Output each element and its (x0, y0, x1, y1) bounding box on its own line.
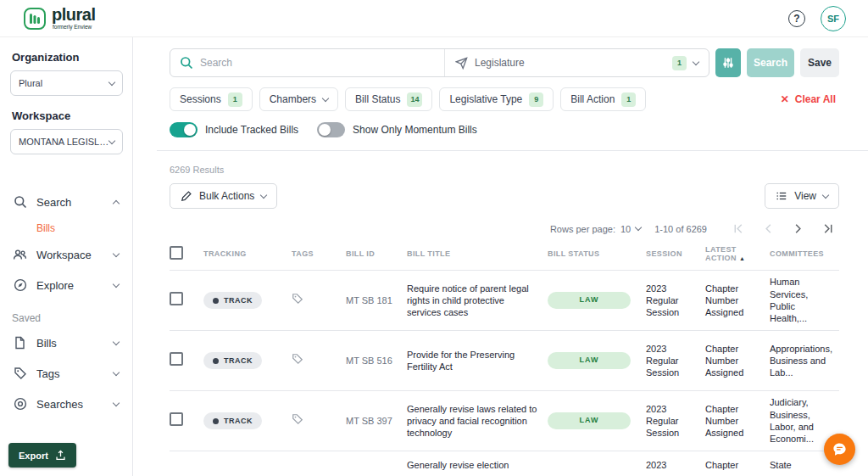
previous-page-button[interactable] (762, 222, 775, 235)
bill-title[interactable]: Provide for the Preserving Fertility Act (407, 349, 548, 373)
sliders-icon (721, 56, 735, 70)
table-row[interactable]: TRACK MT SB 397 Generally revise laws re… (170, 391, 839, 451)
organization-label: Organization (0, 51, 132, 64)
toggle-off-switch[interactable] (317, 122, 345, 137)
chat-button[interactable] (824, 434, 855, 465)
track-button[interactable]: TRACK (203, 292, 262, 309)
chip-count-badge: 14 (407, 92, 422, 107)
clear-all-button[interactable]: ✕ Clear All (781, 93, 836, 105)
sidebar-item-label: Explore (36, 279, 74, 292)
bill-id[interactable]: MT SB 397 (346, 415, 407, 427)
filter-chip-chambers[interactable]: Chambers (259, 87, 338, 111)
track-button[interactable]: TRACK (203, 352, 262, 369)
sidebar-item-bills[interactable]: Bills (0, 328, 132, 358)
column-header-bill-status: BILL STATUS (548, 249, 646, 258)
sidebar-item-explore[interactable]: Explore (0, 270, 132, 300)
export-button[interactable]: Export (8, 443, 76, 468)
filter-chip-bill-action[interactable]: Bill Action 1 (560, 87, 646, 111)
track-label: TRACK (224, 417, 253, 425)
column-header-latest-action[interactable]: LATEST ACTION▲ (705, 245, 770, 262)
sort-ascending-icon[interactable]: ▲ (739, 255, 745, 261)
help-button[interactable]: ? (788, 10, 805, 27)
search-icon (180, 56, 193, 70)
app-window: plural formerly Enview ? SF Organization… (0, 0, 868, 476)
last-page-button[interactable] (821, 222, 834, 235)
brand-tagline: formerly Enview (53, 25, 95, 31)
session: 2023 Regular Session (646, 403, 705, 440)
next-page-button[interactable] (792, 222, 804, 235)
chevron-up-icon (113, 199, 120, 206)
bill-id[interactable]: MT SB 181 (346, 294, 407, 306)
row-checkbox[interactable] (170, 412, 183, 426)
column-header-committees: COMMITTEES (770, 249, 839, 258)
session: 2023 Regular Session (646, 283, 705, 319)
save-search-button[interactable]: Save (800, 48, 839, 77)
row-checkbox[interactable] (170, 352, 183, 366)
search-input[interactable] (200, 57, 444, 69)
sidebar-item-searches[interactable]: Searches (0, 389, 132, 419)
column-header-bill-id: BILL ID (346, 249, 407, 258)
chevron-down-icon (113, 249, 120, 256)
bulk-actions-button[interactable]: Bulk Actions (170, 183, 277, 209)
bill-title[interactable]: Generally revise laws related to privacy… (407, 403, 548, 440)
workspace-value: MONTANA LEGISLATU... (19, 137, 109, 147)
first-page-button[interactable] (732, 222, 745, 235)
scope-count-badge: 1 (672, 56, 687, 70)
toggle-on-switch[interactable] (170, 122, 198, 137)
filter-chip-sessions[interactable]: Sessions 1 (170, 87, 253, 111)
plural-logo[interactable]: plural formerly Enview (24, 6, 95, 31)
momentum-toggle[interactable]: Show Only Momentum Bills (317, 122, 477, 137)
sidebar-item-workspace[interactable]: Workspace (0, 239, 132, 270)
status-badge: LAW (548, 292, 631, 309)
status-badge: LAW (548, 352, 631, 369)
compass-icon (13, 278, 27, 293)
sidebar-item-bills-sub[interactable]: Bills (0, 217, 132, 239)
bill-id[interactable]: MT SB 516 (346, 355, 407, 367)
latest-action: Chapter (705, 459, 770, 471)
scope-selector[interactable]: Legislature 1 (444, 49, 709, 76)
bill-title[interactable]: Require notice of parent legal rights in… (407, 283, 548, 319)
tag-icon[interactable] (292, 413, 303, 425)
row-checkbox[interactable] (170, 292, 183, 305)
view-label: View (794, 190, 816, 202)
search-bar: Legislature 1 (170, 48, 709, 77)
track-dot-icon (213, 418, 219, 424)
workspace-select[interactable]: MONTANA LEGISLATU... (10, 129, 123, 154)
search-submit-button[interactable]: Search (747, 48, 794, 77)
sidebar-item-search[interactable]: Search (0, 187, 132, 217)
list-icon (776, 190, 787, 202)
chip-label: Legislative Type (449, 93, 522, 105)
track-button[interactable]: TRACK (203, 412, 262, 429)
committees: Appropriations, Business and Lab... (770, 343, 839, 379)
status-badge: LAW (548, 412, 631, 429)
sidebar-item-label: Search (36, 196, 71, 209)
saved-label: Saved (0, 312, 132, 324)
track-dot-icon (213, 298, 219, 304)
send-icon (455, 57, 468, 70)
tag-icon[interactable] (292, 353, 303, 365)
include-tracked-toggle[interactable]: Include Tracked Bills (170, 122, 298, 137)
table-row[interactable]: TRACK MT SB 516 Provide for the Preservi… (170, 331, 839, 391)
chevron-down-icon (108, 78, 115, 85)
track-label: TRACK (224, 356, 253, 365)
clear-all-label: Clear All (795, 93, 836, 105)
filter-settings-button[interactable] (715, 48, 741, 77)
sidebar-item-tags[interactable]: Tags (0, 358, 132, 389)
filter-chip-bill-status[interactable]: Bill Status 14 (345, 87, 432, 111)
table-row[interactable]: Generally revise election 2023 Chapter S… (170, 451, 839, 476)
table-row[interactable]: TRACK MT SB 181 Require notice of parent… (170, 271, 839, 331)
chip-label: Sessions (180, 93, 221, 105)
view-button[interactable]: View (765, 183, 839, 209)
select-all-checkbox[interactable] (170, 246, 183, 260)
filter-chip-legislative-type[interactable]: Legislative Type 9 (439, 87, 554, 111)
organization-select[interactable]: Plural (10, 70, 123, 96)
bill-title[interactable]: Generally revise election (407, 459, 548, 471)
chevron-down-icon (113, 280, 120, 287)
people-icon (13, 248, 27, 262)
rows-per-page[interactable]: Rows per page: 10 (550, 224, 641, 234)
divider (157, 150, 868, 151)
tag-icon[interactable] (292, 293, 303, 305)
avatar[interactable]: SF (821, 6, 846, 31)
chevron-down-icon (322, 94, 329, 101)
search-icon (13, 195, 27, 210)
